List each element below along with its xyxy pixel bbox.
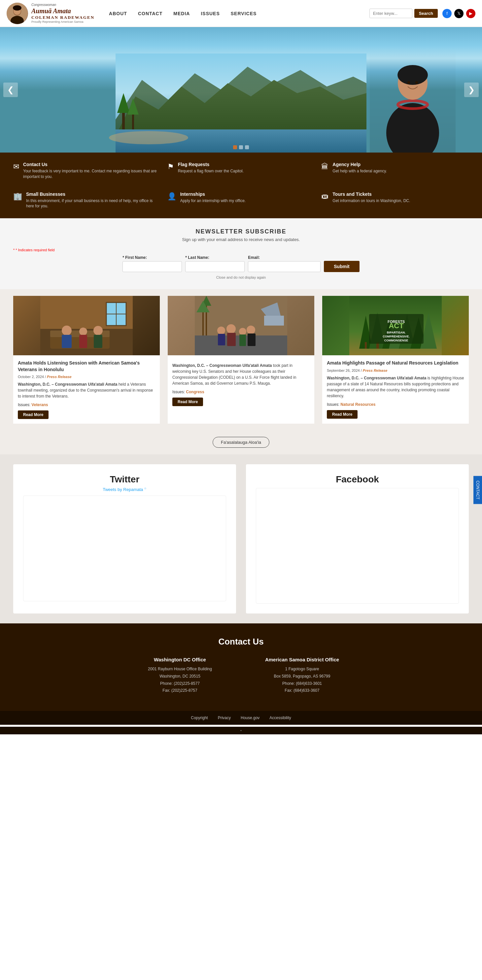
dc-office-title: Washington DC Office [126, 657, 234, 662]
contact-section-title: Contact Us [13, 636, 469, 647]
flag-link-title: Flag Requests [178, 162, 243, 167]
hero-dot-3[interactable] [245, 145, 249, 149]
news-title-veterans: Amata Holds Listening Session with Ameri… [18, 360, 155, 373]
hero-section: ❮ ❯ [0, 27, 482, 153]
flag-link-desc: Request a flag flown over the Capitol. [178, 169, 243, 174]
site-logo[interactable]: Congresswoman Aumuā Amata COLEMAN RADEWA… [6, 3, 94, 24]
news-date-forests: September 26, 2024 / Press Release [327, 369, 464, 372]
hero-dot-2[interactable] [239, 145, 243, 149]
svg-rect-42 [248, 334, 256, 346]
news-content-forests: Amata Highlights Passage of Natural Reso… [322, 355, 469, 423]
twitter-link[interactable]: 𝕏 [454, 9, 463, 18]
news-image-forests: FORESTS ACT BIPARTISAN. COMPREHENSIVE. C… [322, 296, 469, 355]
svg-rect-36 [218, 334, 225, 345]
svg-point-28 [94, 326, 103, 335]
svg-point-18 [407, 81, 410, 84]
news-card-congress: Washington, D.C. – Congresswoman Uifa'at… [168, 296, 314, 424]
dc-office: Washington DC Office 2001 Rayburn House … [126, 657, 234, 694]
news-issue-link-congress[interactable]: Congress [186, 390, 204, 394]
quick-links-section: ✉ Contact Us Your feedback is very impor… [0, 153, 482, 218]
news-issues-forests: Issues: Natural Resources [327, 402, 464, 407]
quick-link-flag[interactable]: ⚑ Flag Requests Request a flag flown ove… [167, 159, 315, 182]
quick-link-agency[interactable]: 🏛 Agency Help Get help with a federal ag… [321, 159, 469, 182]
twitter-feed-link[interactable]: Tweets by Repamata ☆ [23, 487, 226, 492]
social-links: f 𝕏 ▶ [442, 9, 476, 18]
hero-next-button[interactable]: ❯ [464, 83, 479, 97]
quick-link-smallbiz[interactable]: 🏢 Small Businesses In this environment, … [13, 189, 161, 212]
svg-rect-44 [264, 316, 284, 326]
logo-name: Aumuā Amata [31, 7, 94, 15]
news-body-forests: Washington, D.C. – Congresswoman Uifa'at… [327, 375, 464, 399]
nav-issues[interactable]: ISSUES [196, 8, 224, 19]
newsletter-form: * First Name: * Last Name: Email: Submit [13, 255, 469, 272]
social-feeds-section: Twitter Tweets by Repamata ☆ Facebook [0, 454, 482, 624]
contact-link-title: Contact Us [23, 162, 161, 167]
footer-accessibility-link[interactable]: Accessibility [269, 716, 291, 720]
news-issue-link-veterans[interactable]: Veterans [31, 402, 48, 407]
svg-point-19 [415, 81, 418, 84]
newsletter-title: NEWSLETTER SUBSCRIBE [13, 228, 469, 235]
news-card-forests: FORESTS ACT BIPARTISAN. COMPREHENSIVE. C… [322, 296, 469, 424]
first-name-label: * First Name: [122, 255, 182, 260]
footer-housegov-link[interactable]: House.gov [241, 716, 259, 720]
contact-link-desc: Your feedback is very important to me. C… [23, 169, 161, 180]
search-button[interactable]: Search [414, 9, 438, 18]
svg-point-24 [62, 326, 72, 336]
as-office-address: 1 Fagotogo Square Box 5859, Pagopago, AS… [248, 666, 356, 694]
newsletter-subtitle: Sign up with your email address to recei… [13, 237, 469, 242]
fasalalauga-button[interactable]: Fa'asalalauga Aloa'ia [213, 437, 269, 448]
nav-contact[interactable]: CONTACT [134, 8, 167, 19]
twitter-feed-title: Twitter [23, 474, 226, 485]
footer-copyright-link[interactable]: Copyright [191, 716, 208, 720]
nav-services[interactable]: SERVICES [226, 8, 261, 19]
search-input[interactable] [369, 9, 412, 18]
footer-bottom: Copyright Privacy House.gov Accessibilit… [0, 711, 482, 725]
news-body-veterans: Washington, D.C. – Congresswoman Uifa'at… [18, 381, 155, 399]
fasalalauga-section: Fa'asalalauga Aloa'ia [0, 430, 482, 454]
last-name-input[interactable] [185, 261, 245, 272]
svg-point-17 [398, 65, 428, 85]
hero-dot-1[interactable] [233, 145, 237, 149]
svg-rect-27 [79, 335, 87, 348]
main-nav: ABOUT CONTACT MEDIA ISSUES SERVICES [104, 8, 261, 19]
news-image-congress [168, 296, 314, 355]
first-name-input[interactable] [122, 261, 182, 272]
facebook-link[interactable]: f [442, 9, 452, 18]
hero-prev-button[interactable]: ❮ [3, 83, 18, 97]
sidebar-contact[interactable]: CONTACT [473, 476, 482, 504]
svg-text:ACT: ACT [388, 321, 404, 330]
newsletter-submit-button[interactable]: Submit [324, 261, 359, 272]
news-date-veterans: October 2, 2024 / Press Release [18, 375, 155, 379]
as-office: American Samoa District Office 1 Fagotog… [248, 657, 356, 694]
last-name-field: * Last Name: [185, 255, 245, 272]
quick-link-contact[interactable]: ✉ Contact Us Your feedback is very impor… [13, 159, 161, 182]
email-input[interactable] [248, 261, 321, 272]
quick-link-tours[interactable]: 🎟 Tours and Tickets Get information on t… [321, 189, 469, 212]
smallbiz-link-desc: In this environment, if your small busin… [26, 198, 161, 209]
smallbiz-icon: 🏢 [13, 192, 22, 201]
tours-icon: 🎟 [321, 192, 328, 201]
internships-link-title: Internships [180, 191, 246, 197]
svg-rect-51 [365, 342, 367, 349]
read-more-congress[interactable]: Read More [172, 398, 203, 406]
hero-congresswoman-image [370, 47, 456, 153]
internships-icon: 👤 [167, 192, 176, 201]
newsletter-close[interactable]: Close and do not display again [13, 275, 469, 279]
congresswoman-avatar [6, 3, 28, 24]
youtube-link[interactable]: ▶ [466, 9, 476, 18]
flag-icon: ⚑ [167, 162, 174, 171]
svg-rect-12 [132, 113, 134, 129]
footer-privacy-link[interactable]: Privacy [218, 716, 231, 720]
news-content-congress: Washington, D.C. – Congresswoman Uifa'at… [168, 355, 314, 411]
news-issues-congress: Issues: Congress [172, 390, 310, 394]
svg-point-9 [109, 131, 188, 144]
read-more-forests[interactable]: Read More [327, 410, 358, 419]
news-issue-link-forests[interactable]: Natural Resources [340, 402, 375, 407]
nav-media[interactable]: MEDIA [169, 8, 194, 19]
hero-background [0, 27, 482, 153]
read-more-veterans[interactable]: Read More [18, 410, 49, 419]
nav-about[interactable]: ABOUT [104, 8, 132, 19]
news-image-veterans [13, 296, 160, 355]
contact-icon: ✉ [13, 162, 19, 171]
quick-link-internships[interactable]: 👤 Internships Apply for an internship wi… [167, 189, 315, 212]
